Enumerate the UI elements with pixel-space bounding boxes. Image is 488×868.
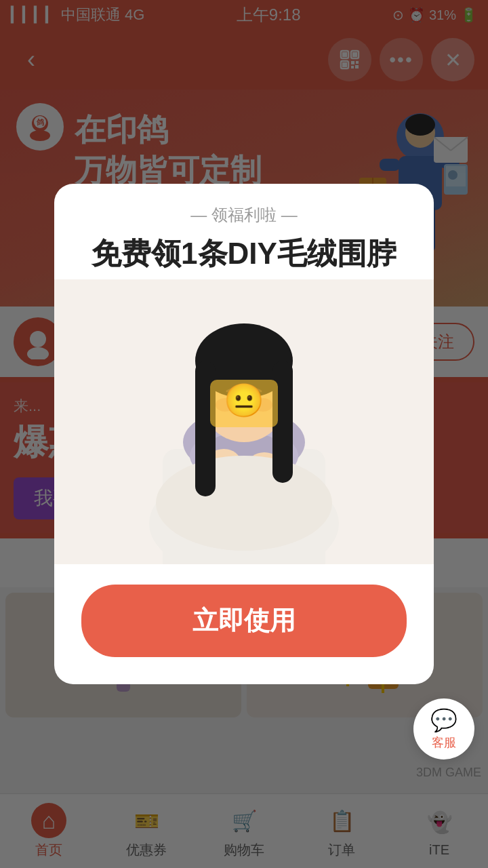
popup-subtitle: — 领福利啦 — [75,204,413,226]
popup-header: — 领福利啦 — 免费领1条DIY毛绒围脖 [54,184,434,279]
customer-service-icon: 💬 [430,707,458,733]
svg-text:😐: 😐 [224,381,264,420]
cta-button[interactable]: 立即使用 [81,585,407,657]
popup-cta-area: 立即使用 [54,564,434,684]
svg-point-56 [156,456,332,551]
popup-title: 免费领1条DIY毛绒围脖 [75,234,413,273]
customer-service-button[interactable]: 💬 客服 [413,698,474,760]
svg-rect-59 [195,361,216,496]
customer-service-label: 客服 [432,734,456,751]
watermark: 3DM GAME [416,766,481,780]
popup-card: — 领福利啦 — 免费领1条DIY毛绒围脖 [54,184,434,684]
popup-image-area: 😐 [54,279,434,564]
